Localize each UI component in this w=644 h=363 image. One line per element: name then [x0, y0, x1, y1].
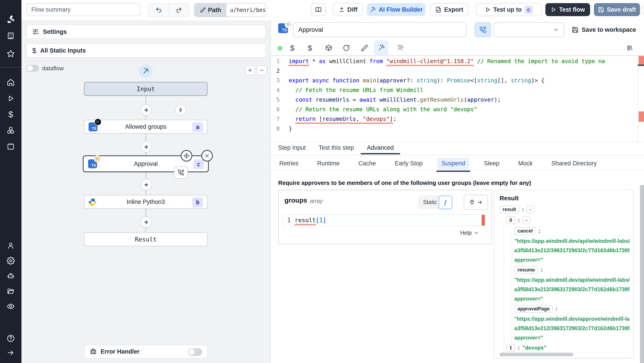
flow-summary-input[interactable]: [26, 3, 140, 16]
json-key-approvalpage[interactable]: approvalPage: [514, 305, 553, 313]
subtab-early-stop[interactable]: Early Stop: [391, 158, 427, 169]
subtab-mock[interactable]: Mock: [514, 158, 537, 169]
format-brush-button[interactable]: [358, 41, 371, 55]
tab-advanced[interactable]: Advanced: [367, 144, 394, 154]
tab-test-this-step[interactable]: Test this step: [319, 144, 354, 154]
package-button[interactable]: [322, 41, 336, 55]
schedules-calendar-icon[interactable]: [0, 140, 22, 153]
code-line[interactable]: // Fetch the resume URLs from Windmill: [289, 85, 638, 95]
code-line[interactable]: import * as wmillClient from "windmill-c…: [289, 56, 638, 66]
subtab-suspend[interactable]: Suspend: [438, 158, 469, 169]
flow-settings-button[interactable]: Settings: [26, 25, 266, 39]
test-up-to-button[interactable]: Test up to c: [476, 3, 542, 16]
page-scrollbar[interactable]: [640, 185, 644, 363]
export-button[interactable]: Export: [430, 3, 468, 16]
resources-dollar-button[interactable]: $: [303, 41, 317, 55]
diff-button[interactable]: Diff: [333, 3, 363, 16]
error-handler-toggle[interactable]: [188, 348, 202, 356]
advanced-subtabs: RetriesRuntimeCacheEarly StopSuspendSlee…: [275, 158, 600, 169]
approval-node-label: Approval: [134, 160, 158, 167]
code-line[interactable]: export async function main(approver?: st…: [289, 76, 638, 85]
code-line[interactable]: const resumeUrls = await wmillClient.get…: [289, 95, 638, 105]
collapse-toggle[interactable]: -: [526, 206, 534, 213]
subtab-sleep[interactable]: Sleep: [480, 158, 503, 169]
tag-select[interactable]: [494, 22, 564, 37]
code-line[interactable]: }: [289, 124, 638, 133]
save-to-workspace-button[interactable]: Save to workspace: [572, 22, 636, 37]
save-draft-button[interactable]: Save draft: [594, 3, 640, 16]
collapse-arrow-right-icon[interactable]: [0, 346, 22, 359]
user-person-icon[interactable]: [0, 239, 22, 252]
subtab-runtime[interactable]: Runtime: [313, 158, 344, 169]
code-gutter: 12345678: [271, 56, 283, 133]
code-lines[interactable]: import * as wmillClient from "windmill-c…: [289, 56, 638, 133]
workspace-building-icon[interactable]: [0, 30, 22, 42]
tab-step-input[interactable]: Step Input: [278, 144, 306, 154]
json-key-resume[interactable]: resume: [514, 266, 538, 274]
add-step-button[interactable]: +: [141, 141, 152, 152]
folders-icon[interactable]: [0, 285, 22, 297]
move-node-handle[interactable]: [181, 150, 192, 162]
favorites-star-icon[interactable]: [0, 48, 22, 60]
collapse-toggle[interactable]: -: [522, 216, 530, 224]
code-line[interactable]: [289, 66, 638, 76]
workers-robot-icon[interactable]: [0, 270, 22, 282]
flow-node-inline-python[interactable]: Inline Python3 b: [84, 195, 208, 209]
ai-flow-builder-button[interactable]: AI Flow Builder: [367, 3, 426, 16]
add-step-button[interactable]: +: [141, 179, 152, 190]
path-value[interactable]: u/henri/bes: [226, 4, 266, 17]
runs-play-icon[interactable]: [0, 92, 22, 105]
home-icon[interactable]: [0, 76, 22, 89]
dataflow-toggle[interactable]: [26, 65, 39, 72]
ai-assistant-button[interactable]: [139, 64, 153, 78]
help-question-icon[interactable]: [0, 332, 22, 345]
reload-button[interactable]: [340, 41, 353, 55]
json-key-result[interactable]: result: [500, 206, 519, 213]
groups-expression-editor[interactable]: 1 result[1]: [283, 214, 485, 226]
ai-edit-button[interactable]: [374, 41, 388, 55]
library-button[interactable]: [623, 41, 636, 55]
add-step-button[interactable]: +: [141, 104, 152, 116]
resources-cubes-icon[interactable]: [0, 124, 22, 137]
add-trigger-button[interactable]: [175, 104, 186, 116]
function-mode-button[interactable]: ƒ: [439, 196, 452, 209]
subtab-cache[interactable]: Cache: [354, 158, 380, 169]
zoom-out-button[interactable]: −: [257, 65, 266, 75]
path-button[interactable]: Path: [194, 4, 226, 17]
line-number: 2: [271, 66, 283, 76]
editor-scrollbar-thumb[interactable]: [638, 65, 644, 66]
undo-button[interactable]: [149, 4, 169, 17]
settings-gear-icon[interactable]: [0, 254, 22, 267]
docs-book-button[interactable]: [311, 3, 326, 16]
subtab-shared-directory[interactable]: Shared Directory: [548, 158, 601, 169]
json-key-0[interactable]: 0: [506, 216, 515, 224]
json-key-cancel[interactable]: cancel: [514, 227, 536, 235]
ai-fix-off-button[interactable]: [393, 41, 407, 55]
flow-node-result[interactable]: Result: [84, 232, 208, 246]
suspend-phone-button[interactable]: [474, 22, 491, 37]
delete-node-button[interactable]: [201, 150, 213, 162]
all-static-inputs-button[interactable]: $ All Static Inputs: [26, 44, 266, 58]
connect-input-button[interactable]: [464, 195, 488, 210]
json-key-1[interactable]: 1: [506, 344, 515, 351]
code-line[interactable]: return [resumeUrls, "devops"];: [289, 114, 638, 124]
variables-dollar-button[interactable]: $: [286, 41, 299, 55]
windmill-logo[interactable]: [0, 13, 22, 26]
subtab-retries[interactable]: Retries: [275, 158, 302, 169]
zoom-in-button[interactable]: +: [245, 65, 255, 75]
variables-dollar-icon[interactable]: $: [0, 108, 22, 121]
error-handler-card[interactable]: Error Handler: [84, 345, 208, 358]
redo-button[interactable]: [169, 4, 189, 17]
flow-node-allowed-groups[interactable]: TS Allowed groups a: [84, 120, 208, 134]
code-line[interactable]: // Return the resume URLs along with the…: [289, 105, 638, 114]
step-name-input[interactable]: [293, 22, 466, 37]
test-flow-button[interactable]: Test flow: [546, 3, 590, 16]
flow-node-input[interactable]: Input: [84, 82, 208, 96]
test-up-to-step-badge[interactable]: c: [524, 6, 533, 14]
line-number: 4: [271, 85, 283, 95]
help-dropdown[interactable]: Help: [460, 230, 479, 236]
audit-eye-icon[interactable]: [0, 300, 22, 313]
horizontal-scrollbar[interactable]: [500, 353, 573, 356]
suspend-phone-badge[interactable]: [174, 167, 188, 179]
add-step-button[interactable]: +: [141, 216, 152, 228]
